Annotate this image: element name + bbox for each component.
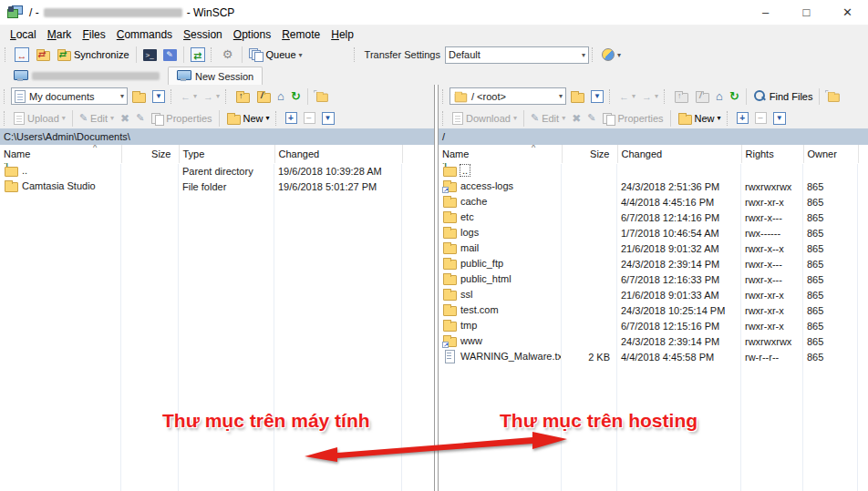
local-delete-button[interactable]: ✖ xyxy=(118,111,132,126)
remote-new-button[interactable]: New▾ xyxy=(675,111,724,126)
sort-asc-icon: ^ xyxy=(93,145,97,152)
file-row[interactable]: public_ftp24/3/2018 2:39:14 PMrwxr-x---8… xyxy=(439,256,868,271)
local-new-button[interactable]: New▾ xyxy=(223,111,273,126)
file-row[interactable]: .. xyxy=(439,163,868,179)
file-row[interactable]: WARNING_Malware.txt2 KB4/4/2018 4:45:58 … xyxy=(439,349,868,364)
preferences-button[interactable]: ⚙ xyxy=(218,46,238,63)
local-refresh-button[interactable]: ↻ xyxy=(288,88,304,104)
file-name: tmp xyxy=(460,320,477,331)
file-row[interactable]: test.com24/3/2018 10:25:14 PMrwxr-xr-x86… xyxy=(439,302,868,318)
remote-parent-directory-button[interactable]: ↑ xyxy=(671,89,691,104)
menu-mark[interactable]: Mark xyxy=(42,26,78,43)
file-row[interactable]: public_html6/7/2018 12:16:33 PMrwxr-x---… xyxy=(439,271,868,287)
remote-edit-button[interactable]: ✎Edit▾ xyxy=(528,111,568,125)
synchronize-browsing-button[interactable]: ⇄ xyxy=(33,47,53,62)
remote-drive-select[interactable]: / <root> ▾ xyxy=(450,87,566,105)
column-header-owner[interactable]: Owner xyxy=(803,145,858,163)
local-home-button[interactable]: ⌂ xyxy=(274,88,287,104)
open-console-button[interactable]: >_ xyxy=(140,48,160,62)
remote-forward-button[interactable]: →▾ xyxy=(639,90,661,103)
transfer-settings-select[interactable]: Default ▾ xyxy=(445,46,589,64)
local-root-directory-button[interactable]: / xyxy=(253,89,274,104)
toggle-panels-button[interactable]: ↔ xyxy=(12,46,32,63)
minus-icon: − xyxy=(304,112,315,124)
local-edit-button[interactable]: ✎Edit▾ xyxy=(77,111,117,125)
refresh-panels-button[interactable]: ⇄ xyxy=(188,46,208,63)
local-filter-button[interactable]: ▼ xyxy=(150,89,168,104)
minimize-button[interactable]: – xyxy=(745,0,786,25)
local-selection-filter-button[interactable]: ▼ xyxy=(319,111,337,126)
local-properties-button[interactable]: Properties xyxy=(148,111,214,126)
column-header-size[interactable]: Size xyxy=(121,145,179,163)
menu-session[interactable]: Session xyxy=(178,26,228,43)
remote-back-button[interactable]: ←▾ xyxy=(616,90,638,103)
file-row[interactable]: Camtasia StudioFile folder19/6/2018 5:01… xyxy=(0,179,434,194)
session-tab-current[interactable] xyxy=(5,66,168,85)
remote-selection-filter-button[interactable]: ▼ xyxy=(770,111,789,126)
menu-commands[interactable]: Commands xyxy=(111,26,178,43)
remote-home-button[interactable]: ⌂ xyxy=(713,88,726,104)
file-row[interactable]: access-logs24/3/2018 2:51:36 PMrwxrwxrwx… xyxy=(439,179,868,194)
globe-sync-icon xyxy=(602,48,615,61)
local-parent-directory-button[interactable]: ↑ xyxy=(232,89,253,104)
synchronize-button[interactable]: ⇄ Synchronize xyxy=(54,47,132,62)
column-header-rights[interactable]: Rights xyxy=(741,145,803,163)
remote-open-directory-button[interactable] xyxy=(567,89,587,104)
column-header-changed[interactable]: Changed xyxy=(274,145,402,163)
folder-icon xyxy=(442,272,457,285)
local-open-directory-button[interactable] xyxy=(129,89,149,104)
file-row[interactable]: mail21/6/2018 9:01:32 AMrwxr-x--x865 xyxy=(439,240,868,256)
remote-delete-button[interactable]: ✖ xyxy=(569,111,584,126)
find-files-button[interactable]: Find Files xyxy=(750,88,816,104)
file-row[interactable]: cache4/4/2018 4:45:16 PMrwxr-xr-x865 xyxy=(439,194,868,210)
file-row[interactable]: logs1/7/2018 10:46:54 AMrwx------865 xyxy=(439,225,868,240)
column-header-name[interactable]: Name^ xyxy=(0,145,121,163)
local-unselect-button[interactable]: − xyxy=(301,111,318,125)
remote-properties-button[interactable]: Properties xyxy=(599,111,666,126)
column-header-changed[interactable]: Changed xyxy=(617,145,741,163)
remote-unselect-button[interactable]: − xyxy=(752,111,770,125)
filter-icon: ▼ xyxy=(591,90,604,103)
column-header-name[interactable]: Name^ xyxy=(439,145,562,163)
local-drive-select[interactable]: My documents ▾ xyxy=(11,87,128,105)
file-row[interactable]: ssl21/6/2018 9:01:33 AMrwxr-xr-x865 xyxy=(439,287,868,302)
menu-remote[interactable]: Remote xyxy=(276,26,326,43)
menu-local[interactable]: Local xyxy=(5,26,42,43)
sync-folders-red-icon: ⇄ xyxy=(36,48,50,61)
session-settings-button[interactable]: ✎ xyxy=(160,48,180,62)
column-header-size[interactable]: Size xyxy=(562,145,617,163)
local-path-bar[interactable]: C:\Users\Admin\Documents\ xyxy=(0,128,434,145)
local-rename-button[interactable]: ✎ xyxy=(133,111,147,125)
remote-rename-button[interactable]: ✎ xyxy=(584,111,598,125)
dropdown-arrow-icon: ▾ xyxy=(582,51,585,59)
remote-refresh-button[interactable]: ↻ xyxy=(727,88,742,104)
column-header-type[interactable]: Type xyxy=(179,145,274,163)
remote-select-button[interactable]: + xyxy=(734,111,751,125)
local-back-button[interactable]: ←▾ xyxy=(178,90,200,103)
local-forward-button[interactable]: →▾ xyxy=(201,90,222,103)
menu-help[interactable]: Help xyxy=(326,26,359,43)
remote-path-bar[interactable]: / xyxy=(439,128,868,145)
transfer-options-button[interactable]: ▾ xyxy=(599,47,624,62)
column-header-filler xyxy=(858,145,868,163)
maximize-button[interactable]: □ xyxy=(786,0,827,25)
download-icon xyxy=(452,112,463,125)
menu-files[interactable]: Files xyxy=(77,26,110,43)
new-session-tab[interactable]: New Session xyxy=(168,66,263,85)
remote-sync-browsing-button[interactable]: ⌐ xyxy=(823,89,843,104)
upload-button[interactable]: Upload▾ xyxy=(11,111,68,126)
remote-root-directory-button[interactable]: / xyxy=(692,89,712,104)
menu-options[interactable]: Options xyxy=(228,26,276,43)
file-row[interactable]: etc6/7/2018 12:14:16 PMrwxr-x---865 xyxy=(439,210,868,225)
remote-filter-button[interactable]: ▼ xyxy=(588,89,606,104)
root-folder-icon: / xyxy=(695,90,709,103)
local-sync-browsing-button[interactable]: ⌐ xyxy=(312,89,332,104)
download-button[interactable]: Download▾ xyxy=(450,111,520,126)
local-select-button[interactable]: + xyxy=(283,111,300,125)
queue-button[interactable]: Queue ▾ xyxy=(246,47,305,62)
separator xyxy=(136,46,137,63)
file-row[interactable]: ..Parent directory19/6/2018 10:39:28 AM xyxy=(0,163,434,179)
file-row[interactable]: www24/3/2018 2:39:14 PMrwxrwxrwx865 xyxy=(439,333,868,349)
file-row[interactable]: tmp6/7/2018 12:15:16 PMrwxr-xr-x865 xyxy=(439,318,868,333)
close-button[interactable]: ✕ xyxy=(827,0,868,25)
